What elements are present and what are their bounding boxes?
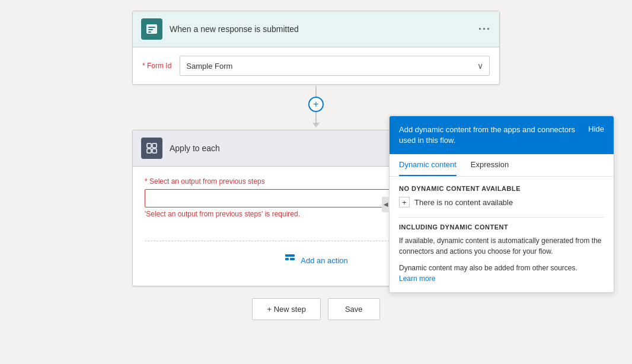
no-content-section: NO DYNAMIC CONTENT AVAILABLE + There is … xyxy=(399,185,604,207)
learn-more-prefix: Dynamic content may also be added from o… xyxy=(399,264,577,272)
main-canvas: When a new response is submitted ··· * F… xyxy=(0,0,632,364)
trigger-card: When a new response is submitted ··· * F… xyxy=(132,11,500,85)
including-section: INCLUDING DYNAMIC CONTENT If available, … xyxy=(399,223,604,284)
tab-dynamic-content[interactable]: Dynamic content xyxy=(399,154,457,176)
chevron-down-icon: ∨ xyxy=(477,61,483,71)
panel-tabs: Dynamic content Expression xyxy=(390,154,614,177)
svg-rect-3 xyxy=(148,31,151,33)
panel-body: NO DYNAMIC CONTENT AVAILABLE + There is … xyxy=(390,177,614,292)
including-title: INCLUDING DYNAMIC CONTENT xyxy=(399,223,604,231)
connector: + xyxy=(308,86,324,127)
trigger-title: When a new response is submitted xyxy=(170,24,471,34)
tab-expression[interactable]: Expression xyxy=(471,154,509,176)
save-button[interactable]: Save xyxy=(328,298,380,320)
svg-rect-5 xyxy=(152,143,157,148)
connector-line-bottom xyxy=(315,112,317,123)
no-content-row: + There is no content available xyxy=(399,197,604,207)
svg-rect-6 xyxy=(147,149,151,153)
svg-rect-2 xyxy=(148,29,153,30)
svg-rect-4 xyxy=(147,143,151,148)
including-body-text: If available, dynamic content is automat… xyxy=(399,235,604,257)
add-action-label: Add an action xyxy=(301,256,348,265)
form-id-label: * Form Id xyxy=(142,62,171,70)
add-action-icon xyxy=(284,253,296,268)
apply-icon xyxy=(141,138,162,159)
svg-rect-7 xyxy=(152,149,157,153)
trigger-header: When a new response is submitted ··· xyxy=(133,11,499,47)
trigger-icon xyxy=(141,18,162,40)
connector-line-top xyxy=(315,86,317,97)
panel-collapse-button[interactable]: ◀ xyxy=(382,197,390,212)
no-content-title: NO DYNAMIC CONTENT AVAILABLE xyxy=(399,185,604,192)
bottom-actions: + New step Save xyxy=(252,298,379,320)
form-id-dropdown[interactable]: Sample Form ∨ xyxy=(180,56,490,76)
svg-rect-8 xyxy=(285,258,289,260)
new-step-button[interactable]: + New step xyxy=(252,298,320,320)
no-content-plus-icon: + xyxy=(399,197,410,207)
dynamic-content-panel: ◀ Add dynamic content from the apps and … xyxy=(389,116,614,293)
svg-rect-1 xyxy=(148,27,155,28)
panel-header-text: Add dynamic content from the apps and co… xyxy=(399,124,579,146)
no-content-text: There is no content available xyxy=(414,198,513,207)
svg-rect-9 xyxy=(290,258,295,260)
svg-rect-10 xyxy=(285,254,295,257)
panel-header: Add dynamic content from the apps and co… xyxy=(390,116,614,154)
trigger-ellipsis-button[interactable]: ··· xyxy=(478,23,491,36)
learn-more-link[interactable]: Learn more xyxy=(399,274,435,283)
panel-divider xyxy=(399,217,604,218)
form-id-value: Sample Form xyxy=(186,62,232,71)
trigger-body: * Form Id Sample Form ∨ xyxy=(133,47,499,84)
learn-more-area: Dynamic content may also be added from o… xyxy=(399,263,604,284)
panel-hide-button[interactable]: Hide xyxy=(588,124,604,133)
add-connector-button[interactable]: + xyxy=(308,97,324,112)
connector-arrow-icon xyxy=(312,123,320,127)
add-action-button[interactable]: Add an action xyxy=(284,253,348,268)
